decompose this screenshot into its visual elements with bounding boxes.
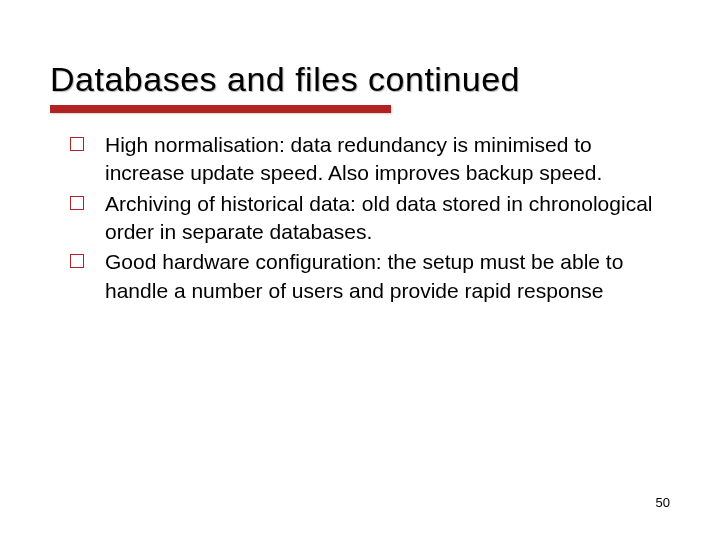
slide-container: Databases and files continued High norma… (0, 0, 720, 540)
bullet-text: High normalisation: data redundancy is m… (105, 133, 602, 184)
slide-title: Databases and files continued (50, 60, 670, 99)
bullet-item: Good hardware configuration: the setup m… (70, 248, 670, 305)
title-underline (50, 105, 391, 113)
square-bullet-icon (70, 196, 84, 210)
bullet-list: High normalisation: data redundancy is m… (50, 131, 670, 305)
bullet-item: Archiving of historical data: old data s… (70, 190, 670, 247)
bullet-text: Archiving of historical data: old data s… (105, 192, 652, 243)
bullet-text: Good hardware configuration: the setup m… (105, 250, 623, 301)
square-bullet-icon (70, 137, 84, 151)
square-bullet-icon (70, 254, 84, 268)
bullet-item: High normalisation: data redundancy is m… (70, 131, 670, 188)
page-number: 50 (656, 495, 670, 510)
